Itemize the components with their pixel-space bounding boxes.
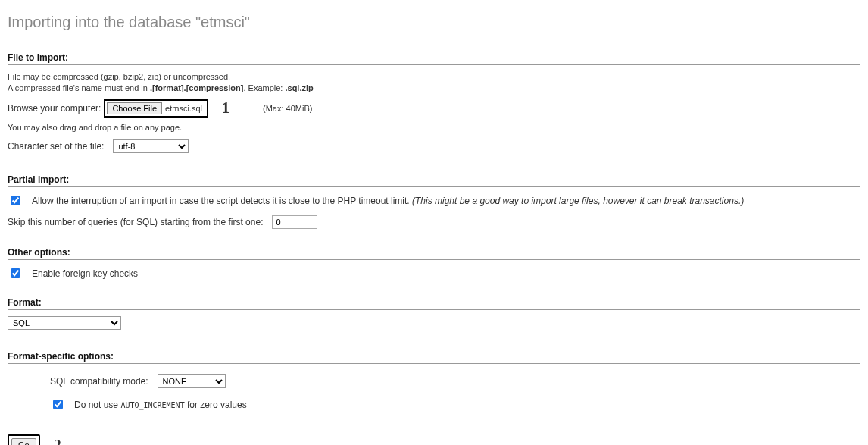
format-row: SQL (8, 316, 860, 330)
section-other-heading: Other options: (8, 247, 860, 260)
skip-count-input[interactable] (272, 215, 317, 229)
drag-drop-note: You may also drag and drop a file on any… (8, 122, 860, 133)
file-note-2b: .[format].[compression] (150, 83, 243, 92)
allow-interrupt-label: Allow the interruption of an import in c… (32, 196, 744, 206)
file-note-1: File may be compressed (gzip, bzip2, zip… (8, 71, 860, 83)
format-select[interactable]: SQL (8, 316, 121, 330)
browse-label: Browse your computer: (8, 103, 101, 114)
chosen-file-name: etmsci.sql (162, 104, 205, 113)
fk-checkbox[interactable] (11, 268, 20, 278)
noauto-a: Do not use (74, 400, 120, 410)
max-size-label: (Max: 40MiB) (263, 104, 312, 113)
file-picker-highlight: Choose File etmsci.sql (104, 99, 208, 118)
compat-label: SQL compatibility mode: (50, 376, 148, 387)
section-format-heading: Format: (8, 297, 860, 310)
charset-row: Character set of the file: utf-8 (8, 139, 860, 153)
allow-interrupt-row: Allow the interruption of an import in c… (8, 193, 860, 208)
file-note-2d: .sql.zip (285, 83, 313, 92)
go-button[interactable]: Go (11, 438, 36, 445)
choose-file-button[interactable]: Choose File (107, 102, 162, 114)
file-note-2: A compressed file's name must end in .[f… (8, 83, 860, 94)
noauto-checkbox[interactable] (53, 400, 63, 409)
compat-row: SQL compatibility mode: NONE (8, 374, 860, 388)
section-fso-heading: Format-specific options: (8, 351, 860, 364)
fk-label: Enable foreign key checks (32, 268, 138, 279)
skip-row: Skip this number of queries (for SQL) st… (8, 215, 860, 229)
allow-interrupt-hint: (This might be a good way to import larg… (412, 196, 744, 206)
noauto-code: AUTO_INCREMENT (120, 401, 184, 409)
allow-interrupt-text: Allow the interruption of an import in c… (32, 196, 412, 206)
charset-select[interactable]: utf-8 (113, 139, 189, 153)
page-title: Importing into the database "etmsci" (8, 14, 860, 31)
file-note-2c: . Example: (243, 83, 285, 92)
annotation-marker-2: 2 (54, 437, 61, 445)
compat-select[interactable]: NONE (158, 374, 226, 388)
noauto-label: Do not use AUTO_INCREMENT for zero value… (74, 400, 247, 410)
file-note-2a: A compressed file's name must end in (8, 83, 150, 92)
go-button-highlight: Go (8, 434, 40, 445)
footer-row: Go 2 (8, 434, 860, 445)
noauto-row: Do not use AUTO_INCREMENT for zero value… (8, 397, 860, 412)
allow-interrupt-checkbox[interactable] (11, 196, 20, 205)
noauto-b: for zero values (185, 400, 247, 410)
charset-label: Character set of the file: (8, 141, 104, 152)
fk-row: Enable foreign key checks (8, 266, 860, 280)
section-file-heading: File to import: (8, 52, 860, 65)
browse-row: Browse your computer: Choose File etmsci… (8, 99, 860, 118)
section-partial-heading: Partial import: (8, 174, 860, 187)
annotation-marker-1: 1 (222, 99, 229, 117)
skip-label: Skip this number of queries (for SQL) st… (8, 217, 263, 227)
